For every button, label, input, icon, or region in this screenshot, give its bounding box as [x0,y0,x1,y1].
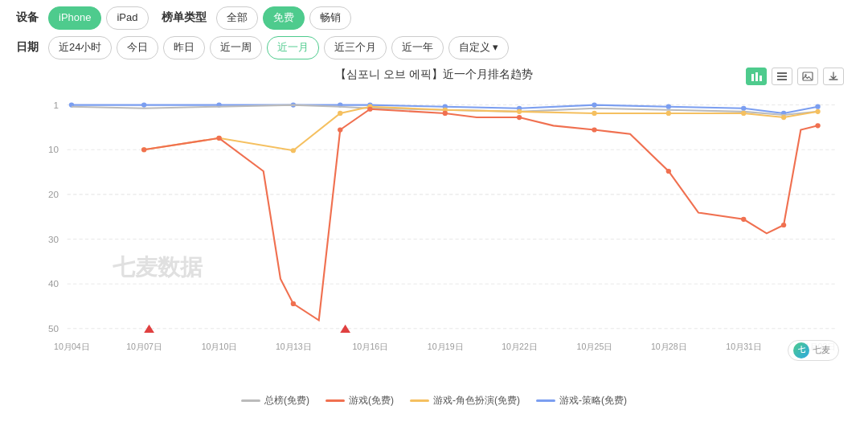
svg-point-55 [741,110,746,115]
svg-point-63 [443,110,448,115]
chart-controls [746,68,844,85]
logo-icon: 七 [793,342,809,358]
device-iphone[interactable]: iPhone [48,6,101,30]
legend-label-total: 总榜(免费) [264,394,309,407]
legend-color-game [326,399,345,402]
svg-point-68 [781,223,786,227]
svg-point-53 [592,110,596,115]
svg-text:1: 1 [54,100,59,109]
svg-point-62 [367,106,372,111]
svg-point-41 [592,102,596,107]
svg-rect-0 [751,74,754,81]
svg-text:10月28日: 10月28日 [651,342,686,350]
legend-label-role: 游戏-角色扮演(免费) [433,394,520,407]
svg-point-69 [815,123,820,128]
chart-ctrl-download[interactable] [823,68,844,85]
chevron-down-icon: ▾ [493,39,498,56]
svg-point-45 [815,104,820,109]
legend-color-strategy [536,399,555,402]
legend-color-total [241,399,260,402]
svg-point-65 [592,127,596,132]
date-year[interactable]: 近一年 [391,36,444,59]
svg-point-54 [666,110,671,115]
svg-point-48 [291,148,296,153]
legend-game: 游戏(免费) [326,394,394,407]
chart-type-label: 榜单类型 [162,10,207,25]
svg-text:10月10日: 10月10日 [202,342,237,350]
device-ipad[interactable]: iPad [106,6,148,30]
svg-text:10月13日: 10月13日 [276,342,311,350]
chart-ctrl-list[interactable] [772,68,792,85]
date-week[interactable]: 近一周 [210,36,262,59]
legend-label-game: 游戏(免费) [349,394,394,407]
date-yesterday[interactable]: 昨日 [163,36,205,59]
svg-point-64 [517,115,522,120]
svg-point-60 [291,301,296,305]
svg-text:10月16日: 10月16日 [352,342,387,350]
svg-point-34 [141,102,146,107]
date-month[interactable]: 近一月 [267,36,319,59]
chart-type-all[interactable]: 全部 [216,6,258,30]
logo-badge: 七 七麦 [788,340,839,361]
date-24h[interactable]: 近24小时 [48,36,112,59]
svg-rect-3 [777,72,787,74]
svg-text:10月04日: 10月04日 [54,342,89,350]
legend-color-role [410,399,429,402]
svg-point-52 [517,109,522,113]
svg-point-42 [666,104,671,109]
chart-type-bestseller[interactable]: 畅销 [309,6,351,30]
svg-point-58 [141,147,146,152]
svg-text:10: 10 [48,145,59,154]
svg-point-7 [805,74,806,76]
svg-text:30: 30 [48,234,59,244]
svg-text:50: 50 [48,324,59,334]
svg-point-43 [741,105,746,110]
svg-rect-2 [760,76,762,81]
svg-point-61 [338,127,342,132]
svg-text:40: 40 [48,279,59,289]
chart-ctrl-bar[interactable] [746,68,767,85]
svg-text:10月22日: 10月22日 [502,342,537,350]
svg-text:10月25日: 10月25日 [577,342,612,350]
svg-point-66 [666,169,671,174]
chart-title: 【심포니 오브 에픽】近一个月排名趋势 [16,68,852,82]
date-custom[interactable]: 自定义 ▾ [448,36,509,59]
svg-text:10月07日: 10月07日 [126,342,162,350]
svg-rect-1 [755,72,758,81]
legend-role: 游戏-角色扮演(免费) [410,394,520,407]
chart-container: 【심포니 오브 에픽】近一个月排名趋势 七麦数据 [16,68,852,389]
svg-point-57 [815,109,820,113]
svg-point-56 [781,115,786,120]
chart-legend: 总榜(免费) 游戏(免费) 游戏-角色扮演(免费) 游戏-策略(免费) [16,394,852,407]
svg-point-67 [741,216,746,221]
svg-text:20: 20 [48,190,59,199]
svg-rect-4 [777,76,787,77]
logo-text: 七麦 [813,344,830,356]
legend-total: 总榜(免费) [241,394,309,407]
svg-point-49 [338,110,342,115]
date-3month[interactable]: 近三个月 [324,36,387,59]
date-label: 日期 [16,40,39,55]
svg-point-59 [216,135,221,140]
svg-text:10月19日: 10月19日 [428,342,463,350]
legend-strategy: 游戏-策略(免费) [536,394,627,407]
ranking-chart: 1 10 20 30 40 50 10月04日 10月07日 10月10日 10… [16,88,852,362]
date-today[interactable]: 今日 [117,36,158,59]
legend-label-strategy: 游戏-策略(免费) [559,394,627,407]
chart-type-free[interactable]: 免费 [263,6,305,30]
svg-rect-5 [777,79,787,80]
chart-ctrl-image[interactable] [797,68,818,85]
device-label: 设备 [16,10,39,25]
svg-text:10月31日: 10月31日 [726,342,761,350]
